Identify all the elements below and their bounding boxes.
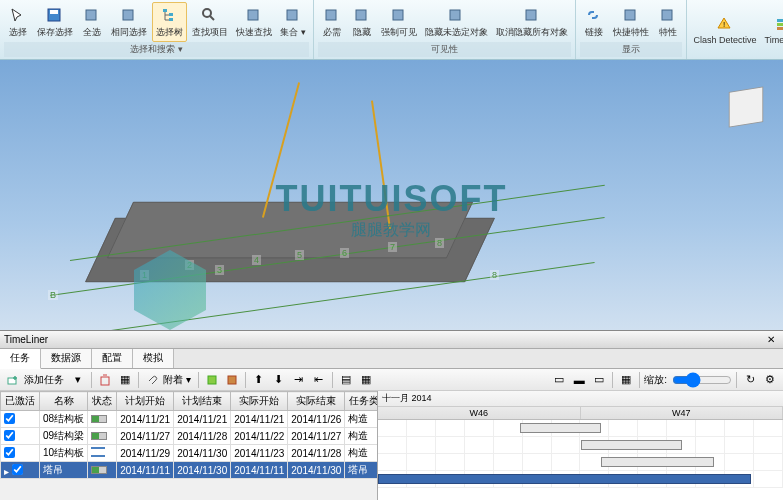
links-button[interactable]: 链接	[580, 2, 608, 42]
unhide-button[interactable]: 取消隐藏所有对象	[493, 2, 571, 42]
outdent-button[interactable]: ⇤	[310, 371, 328, 389]
svg-rect-16	[662, 10, 672, 20]
svg-rect-14	[526, 10, 536, 20]
zoom-label: 缩放:	[644, 373, 667, 387]
svg-rect-3	[123, 10, 133, 20]
qprops-button[interactable]: 快捷特性	[610, 2, 652, 42]
sets-button[interactable]: 集合 ▾	[277, 2, 309, 42]
active-checkbox[interactable]	[4, 430, 15, 441]
gantt-bar[interactable]	[581, 440, 682, 450]
same-button[interactable]: 相同选择	[108, 2, 150, 42]
tb-btn-2[interactable]: ▦	[116, 371, 134, 389]
tb-btn-4[interactable]	[223, 371, 241, 389]
task-grid[interactable]: 已激活名称状态计划开始计划结束实际开始实际结束任务类型08结构板2014/11/…	[0, 391, 378, 500]
svg-text:!: !	[723, 20, 725, 29]
select-button[interactable]: 选择	[4, 2, 32, 42]
gantt-row[interactable]	[378, 437, 783, 454]
table-row[interactable]: 10结构板2014/11/292014/11/302014/11/232014/…	[1, 445, 379, 462]
all-button[interactable]: 全选	[78, 2, 106, 42]
clash-button[interactable]: !Clash Detective	[691, 2, 760, 57]
qprop-icon	[621, 6, 641, 26]
viewport-3d[interactable]: A B 1 2 3 4 5 6 7 8 8 TUITUISOFT 腿腿教学网	[0, 60, 783, 330]
gantt-row[interactable]	[378, 420, 783, 437]
gantt-chart[interactable]: 十一月 2014 W46W47	[378, 391, 783, 500]
viewcube[interactable]	[729, 86, 763, 127]
status-icon	[91, 447, 105, 457]
svg-rect-13	[450, 10, 460, 20]
active-checkbox[interactable]	[12, 464, 23, 475]
svg-rect-5	[169, 13, 173, 16]
active-checkbox[interactable]	[4, 447, 15, 458]
save-button[interactable]: 保存选择	[34, 2, 76, 42]
tree-button[interactable]: 选择树	[152, 2, 187, 42]
gantt-btn-4[interactable]: ▦	[617, 371, 635, 389]
svg-rect-20	[777, 27, 783, 30]
gantt-btn-1[interactable]: ▭	[550, 371, 568, 389]
close-icon[interactable]: ✕	[763, 334, 779, 345]
add-task-button[interactable]	[4, 371, 22, 389]
table-header: 已激活名称状态计划开始计划结束实际开始实际结束任务类型	[1, 392, 379, 411]
svg-rect-10	[326, 10, 336, 20]
svg-point-7	[203, 9, 211, 17]
gantt-bar[interactable]	[601, 457, 714, 467]
force-icon	[389, 6, 409, 26]
qfind-icon	[244, 6, 264, 26]
timeliner-toolbar: 添加任务 ▾ ▦ 附着 ▾ ⬆ ⬇ ⇥ ⇤ ▤ ▦ ▭ ▬ ▭ ▦ 缩放: ↻ …	[0, 369, 783, 391]
gantt-btn-3[interactable]: ▭	[590, 371, 608, 389]
add-task-label: 添加任务	[24, 373, 64, 387]
same-icon	[119, 6, 139, 26]
hide-icon	[352, 6, 372, 26]
svg-rect-31	[228, 376, 236, 384]
clash-icon: !	[715, 15, 735, 35]
req-icon	[322, 6, 342, 26]
svg-rect-15	[625, 10, 635, 20]
gantt-settings[interactable]: ⚙	[761, 371, 779, 389]
active-checkbox[interactable]	[4, 413, 15, 424]
task-dropdown[interactable]: ▾	[69, 371, 87, 389]
hideunsel-button[interactable]: 隐藏未选定对象	[422, 2, 491, 42]
table-row[interactable]: ▸ 塔吊2014/11/112014/11/302014/11/112014/1…	[1, 462, 379, 479]
svg-rect-2	[86, 10, 96, 20]
table-row[interactable]: 09结构梁2014/11/272014/11/282014/11/222014/…	[1, 428, 379, 445]
cursor-icon	[8, 6, 28, 26]
zoom-slider[interactable]	[672, 374, 732, 386]
attach-button[interactable]	[143, 371, 161, 389]
move-up-button[interactable]: ⬆	[250, 371, 268, 389]
move-down-button[interactable]: ⬇	[270, 371, 288, 389]
tab-2[interactable]: 配置	[92, 349, 133, 368]
require-button[interactable]: 必需	[318, 2, 346, 42]
tb-btn-5[interactable]: ▤	[337, 371, 355, 389]
gantt-row[interactable]	[378, 454, 783, 471]
svg-rect-9	[287, 10, 297, 20]
timeliner-header[interactable]: TimeLiner ✕	[0, 331, 783, 349]
tb-btn-6[interactable]: ▦	[357, 371, 375, 389]
svg-rect-11	[356, 10, 366, 20]
svg-rect-29	[101, 377, 109, 385]
gantt-btn-2[interactable]: ▬	[570, 371, 588, 389]
delete-task-button[interactable]	[96, 371, 114, 389]
table-row[interactable]: 08结构板2014/11/212014/11/212014/11/212014/…	[1, 411, 379, 428]
ribbon: 选择保存选择全选相同选择选择树查找项目快速查找集合 ▾选择和搜索 ▾必需隐藏强制…	[0, 0, 783, 60]
timeliner-tabs: 任务数据源配置模拟	[0, 349, 783, 369]
attach-label: 附着 ▾	[163, 373, 191, 387]
gantt-bar[interactable]	[378, 474, 751, 484]
props-button[interactable]: 特性	[654, 2, 682, 42]
gantt-row[interactable]	[378, 471, 783, 488]
svg-rect-19	[777, 23, 783, 26]
force-button[interactable]: 强制可见	[378, 2, 420, 42]
tab-3[interactable]: 模拟	[133, 349, 174, 368]
timeliner-title: TimeLiner	[4, 334, 48, 345]
indent-button[interactable]: ⇥	[290, 371, 308, 389]
hide-button[interactable]: 隐藏	[348, 2, 376, 42]
quick-button[interactable]: 快速查找	[233, 2, 275, 42]
gantt-refresh[interactable]: ↻	[741, 371, 759, 389]
tab-0[interactable]: 任务	[0, 349, 41, 369]
timeliner-button[interactable]: TimeLiner	[762, 2, 783, 57]
tab-1[interactable]: 数据源	[41, 349, 92, 368]
timeliner-panel: TimeLiner ✕ 任务数据源配置模拟 添加任务 ▾ ▦ 附着 ▾ ⬆ ⬇ …	[0, 330, 783, 500]
tb-btn-3[interactable]	[203, 371, 221, 389]
find-button[interactable]: 查找项目	[189, 2, 231, 42]
status-icon	[91, 466, 107, 474]
gantt-bar[interactable]	[520, 423, 601, 433]
save-icon	[45, 6, 65, 26]
